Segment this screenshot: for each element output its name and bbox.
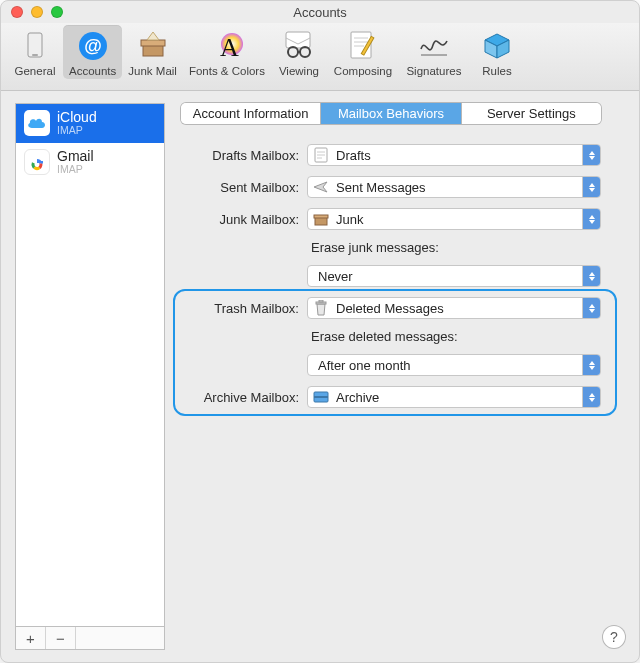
help-button[interactable]: ?	[603, 626, 625, 648]
box-icon	[312, 210, 330, 228]
account-name: Gmail	[57, 149, 94, 164]
accounts-sidebar: iCloud IMAP Gmail IMAP + −	[15, 103, 165, 650]
sidebar-actions: + −	[15, 626, 165, 650]
body: iCloud IMAP Gmail IMAP + −	[1, 91, 639, 662]
account-protocol: IMAP	[57, 164, 94, 176]
doc-icon	[312, 146, 330, 164]
junk-value: Junk	[336, 212, 582, 227]
svg-text:A: A	[220, 33, 239, 62]
remove-account-button[interactable]: −	[46, 627, 76, 649]
rules-icon	[480, 29, 514, 63]
chevron-updown-icon	[582, 209, 600, 229]
tab-mailbox-behaviors[interactable]: Mailbox Behaviors	[321, 103, 461, 124]
chevron-updown-icon	[582, 298, 600, 318]
account-text: Gmail IMAP	[57, 149, 94, 176]
preferences-toolbar: General @ Accounts Junk Mail A Fonts & C…	[1, 23, 639, 91]
toolbar-composing[interactable]: Composing	[327, 25, 399, 79]
junk-label: Junk Mailbox:	[181, 212, 299, 227]
trash-popup[interactable]: Deleted Messages	[307, 297, 601, 319]
drafts-label: Drafts Mailbox:	[181, 148, 299, 163]
toolbar-label: Signatures	[406, 65, 461, 77]
chevron-updown-icon	[582, 266, 600, 286]
junk-icon	[136, 29, 170, 63]
plane-icon	[312, 178, 330, 196]
sent-popup[interactable]: Sent Messages	[307, 176, 601, 198]
toolbar-label: General	[15, 65, 56, 77]
archive-popup[interactable]: Archive	[307, 386, 601, 408]
tab-account-information[interactable]: Account Information	[181, 103, 321, 124]
toolbar-label: Junk Mail	[128, 65, 177, 77]
sent-label: Sent Mailbox:	[181, 180, 299, 195]
toolbar-accounts[interactable]: @ Accounts	[63, 25, 122, 79]
toolbar-rules[interactable]: Rules	[469, 25, 525, 79]
erase-junk-popup[interactable]: Never	[307, 265, 601, 287]
gmail-icon	[24, 149, 50, 175]
drafts-value: Drafts	[336, 148, 582, 163]
titlebar: Accounts	[1, 1, 639, 23]
sent-value: Sent Messages	[336, 180, 582, 195]
svg-rect-25	[319, 300, 323, 302]
svg-rect-5	[141, 40, 165, 46]
archive-value: Archive	[336, 390, 582, 405]
toolbar-signatures[interactable]: Signatures	[399, 25, 469, 79]
tab-server-settings[interactable]: Server Settings	[462, 103, 601, 124]
main-pane: Account Information Mailbox Behaviors Se…	[181, 103, 625, 650]
close-button[interactable]	[11, 6, 23, 18]
account-name: iCloud	[57, 110, 97, 125]
chevron-updown-icon	[582, 177, 600, 197]
erase-deleted-popup[interactable]: After one month	[307, 354, 601, 376]
trash-value: Deleted Messages	[336, 301, 582, 316]
add-account-button[interactable]: +	[16, 627, 46, 649]
svg-text:@: @	[84, 36, 102, 56]
toolbar-label: Composing	[334, 65, 392, 77]
account-row-icloud[interactable]: iCloud IMAP	[16, 104, 164, 143]
accounts-list: iCloud IMAP Gmail IMAP	[15, 103, 165, 626]
account-text: iCloud IMAP	[57, 110, 97, 137]
accounts-icon: @	[76, 29, 110, 63]
chevron-updown-icon	[582, 145, 600, 165]
tray-icon	[312, 388, 330, 406]
mailbox-behaviors-form: Drafts Mailbox: Drafts Sent Mailbox: Sen…	[181, 144, 601, 408]
svg-rect-1	[32, 54, 38, 56]
toolbar-label: Viewing	[279, 65, 319, 77]
fonts-colors-icon: A	[210, 29, 244, 63]
toolbar-viewing[interactable]: Viewing	[271, 25, 327, 79]
window-title: Accounts	[1, 5, 639, 20]
minimize-button[interactable]	[31, 6, 43, 18]
toolbar-junk[interactable]: Junk Mail	[122, 25, 183, 79]
preferences-window: Accounts General @ Accounts Junk Mail	[0, 0, 640, 663]
junk-popup[interactable]: Junk	[307, 208, 601, 230]
trash-icon	[312, 299, 330, 317]
tab-bar: Account Information Mailbox Behaviors Se…	[181, 103, 601, 124]
window-controls	[1, 6, 63, 18]
general-icon	[18, 29, 52, 63]
toolbar-label: Accounts	[69, 65, 116, 77]
signatures-icon	[417, 29, 451, 63]
zoom-button[interactable]	[51, 6, 63, 18]
erase-deleted-value: After one month	[318, 358, 582, 373]
account-protocol: IMAP	[57, 125, 97, 137]
erase-junk-value: Never	[318, 269, 582, 284]
drafts-popup[interactable]: Drafts	[307, 144, 601, 166]
viewing-icon	[282, 29, 316, 63]
svg-rect-23	[314, 215, 328, 218]
erase-junk-label: Erase junk messages:	[307, 240, 601, 255]
composing-icon	[346, 29, 380, 63]
svg-rect-27	[314, 396, 328, 398]
trash-label: Trash Mailbox:	[181, 301, 299, 316]
chevron-updown-icon	[582, 355, 600, 375]
toolbar-label: Rules	[482, 65, 511, 77]
archive-label: Archive Mailbox:	[181, 390, 299, 405]
toolbar-label: Fonts & Colors	[189, 65, 265, 77]
toolbar-general[interactable]: General	[7, 25, 63, 79]
icloud-icon	[24, 110, 50, 136]
account-row-gmail[interactable]: Gmail IMAP	[16, 143, 164, 182]
erase-deleted-label: Erase deleted messages:	[307, 329, 601, 344]
toolbar-fonts[interactable]: A Fonts & Colors	[183, 25, 271, 79]
chevron-updown-icon	[582, 387, 600, 407]
svg-rect-0	[28, 33, 42, 57]
